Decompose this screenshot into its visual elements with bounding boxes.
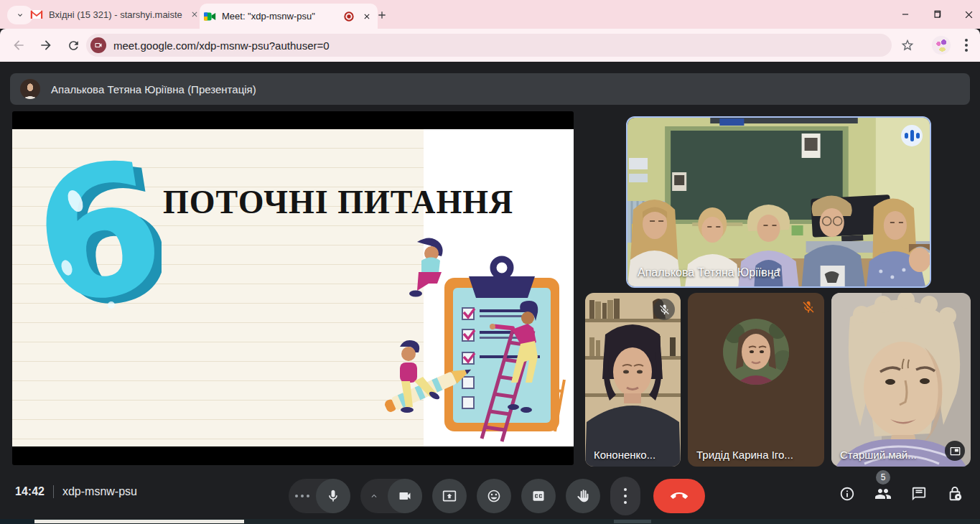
meeting-details-button[interactable] <box>839 485 856 502</box>
chat-button[interactable] <box>910 485 928 502</box>
end-call-icon <box>671 487 688 505</box>
horizontal-scrollbar <box>0 519 980 524</box>
forward-button[interactable] <box>37 37 55 54</box>
video-tile-3[interactable]: Старший май... <box>831 293 971 467</box>
participants-button[interactable]: 5 <box>874 485 892 502</box>
scrollbar-segment <box>614 520 651 523</box>
hand-icon <box>576 489 590 503</box>
pip-button[interactable] <box>945 441 965 461</box>
camera-control <box>360 479 422 513</box>
participants-count-badge: 5 <box>876 470 890 485</box>
mic-button[interactable] <box>316 479 350 513</box>
audio-options-button[interactable] <box>289 479 316 513</box>
presenter-avatar <box>20 79 40 99</box>
recording-indicator-icon <box>343 11 355 22</box>
restore-button[interactable] <box>931 9 943 20</box>
browser-toolbar: meet.google.com/xdp-msnw-psu?authuser=0 <box>0 29 980 62</box>
meeting-info: 14:42 xdp-msnw-psu <box>15 485 137 498</box>
video-tile-main[interactable]: Апалькова Тетяна Юріївна <box>626 116 931 288</box>
main-tile-name: Апалькова Тетяна Юріївна <box>638 266 780 279</box>
presenter-banner: Апалькова Тетяна Юріївна (Презентація) <box>10 73 970 105</box>
scrollbar-corner <box>0 519 34 524</box>
call-controls <box>289 477 705 515</box>
browser-menu-button[interactable] <box>958 37 975 54</box>
more-options-button[interactable] <box>610 477 640 515</box>
tab-gmail[interactable]: Вхідні (15 321) - starshyi.maiste <box>27 0 204 29</box>
slide-title: ПОТОЧНІ ПИТАННЯ <box>163 183 565 221</box>
participant3-video <box>831 293 971 467</box>
video-tile-1[interactable]: Кононенко... <box>585 293 681 467</box>
panel-buttons: 5 <box>839 485 963 502</box>
mic-icon <box>326 489 340 503</box>
address-bar[interactable]: meet.google.com/xdp-msnw-psu?authuser=0 <box>86 34 892 57</box>
reload-button[interactable] <box>65 37 82 54</box>
tile1-name: Кононенко... <box>594 449 655 461</box>
videocam-icon <box>398 489 412 503</box>
classroom-video <box>627 118 930 286</box>
divider <box>53 485 54 498</box>
tile3-name: Старший май... <box>840 449 917 461</box>
new-tab-button[interactable] <box>373 6 391 24</box>
presentation-slide: 6 6 ПОТОЧНІ ПИТАННЯ <box>12 111 574 465</box>
host-controls-button[interactable] <box>946 485 963 502</box>
info-icon <box>839 486 855 502</box>
url-text: meet.google.com/xdp-msnw-psu?authuser=0 <box>113 39 330 52</box>
close-window-button[interactable] <box>963 9 974 20</box>
audio-level-icon <box>901 125 923 146</box>
mic-off-icon <box>800 299 817 316</box>
chat-icon <box>911 486 927 502</box>
people-icon <box>874 485 892 502</box>
meet-page: Апалькова Тетяна Юріївна (Презентація) 6… <box>0 62 980 524</box>
reactions-button[interactable] <box>477 479 511 513</box>
slide-number: 6 <box>25 140 162 334</box>
presenter-name: Апалькова Тетяна Юріївна (Презентація) <box>51 83 256 95</box>
meeting-code: xdp-msnw-psu <box>62 485 137 498</box>
camera-button[interactable] <box>388 479 422 513</box>
ellipsis-icon <box>295 495 309 497</box>
chevron-up-icon <box>369 491 379 501</box>
slide-number-graphic: 6 6 <box>25 140 162 334</box>
back-button[interactable] <box>10 37 27 54</box>
minimize-button[interactable] <box>900 9 911 20</box>
mic-control <box>289 479 350 513</box>
plus-icon <box>376 9 388 21</box>
end-call-button[interactable] <box>653 479 705 513</box>
tab-strip: Вхідні (15 321) - starshyi.maiste Meet: … <box>0 0 980 29</box>
camera-in-use-icon[interactable] <box>90 37 106 53</box>
tile2-name: Тридід Карина Іго... <box>696 449 793 461</box>
smiley-icon <box>487 489 501 503</box>
kebab-icon <box>965 39 968 52</box>
raise-hand-button[interactable] <box>566 479 600 513</box>
present-icon <box>442 489 457 503</box>
lock-icon <box>947 486 963 502</box>
profile-avatar[interactable] <box>932 36 951 55</box>
checklist-illustration <box>361 238 574 444</box>
scrollbar-thumb[interactable] <box>34 520 244 523</box>
video-options-button[interactable] <box>360 479 388 513</box>
cc-icon <box>531 489 546 503</box>
window-controls <box>900 0 974 29</box>
participant2-avatar <box>723 319 789 385</box>
tab-meet-close-icon[interactable] <box>360 10 373 23</box>
chevron-down-icon <box>16 11 24 19</box>
meet-icon <box>204 11 216 22</box>
tab-gmail-label: Вхідні (15 321) - starshyi.maiste <box>49 9 182 20</box>
tab-meet[interactable]: Meet: "xdp-msnw-psu" <box>200 4 378 29</box>
mic-off-icon <box>653 299 675 320</box>
bookmark-star-icon[interactable] <box>899 37 916 54</box>
video-tile-2[interactable]: Тридід Карина Іго... <box>688 293 824 467</box>
clock-time: 14:42 <box>15 485 45 498</box>
present-button[interactable] <box>432 479 467 513</box>
gmail-icon <box>30 9 43 19</box>
captions-button[interactable] <box>521 479 556 513</box>
browser-window: Вхідні (15 321) - starshyi.maiste Meet: … <box>0 0 980 524</box>
tab-meet-label: Meet: "xdp-msnw-psu" <box>222 11 337 22</box>
